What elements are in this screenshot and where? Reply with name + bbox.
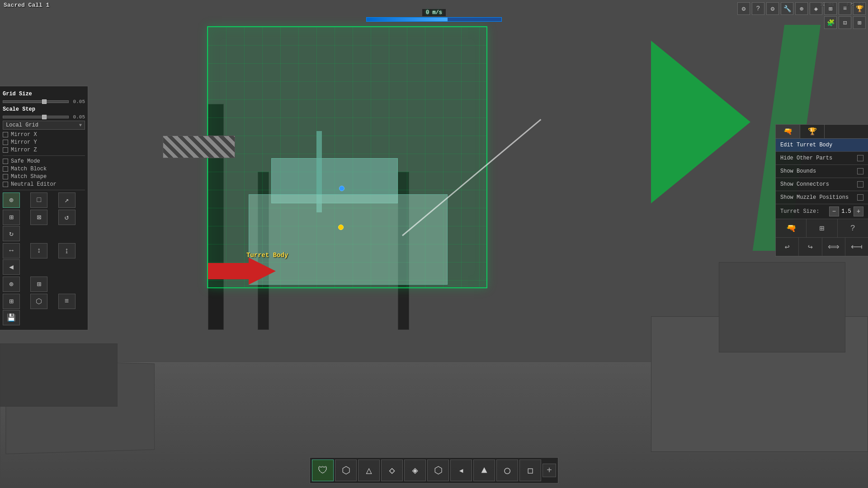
- wrench-icon[interactable]: 🔧: [781, 2, 793, 15]
- holo-box: [207, 26, 487, 288]
- checkbox-mirror-y-label: Mirror Y: [11, 139, 37, 145]
- show-muzzle-positions-item[interactable]: Show Muzzle Positions: [776, 191, 868, 204]
- turret-top: [271, 158, 398, 203]
- turret-size-row: Turret Size: − 1.5 +: [776, 204, 868, 219]
- checkbox-match-shape[interactable]: Match Shape: [3, 174, 85, 180]
- move-x-tool[interactable]: ↔: [3, 243, 20, 258]
- tool-diamond[interactable]: ◇: [381, 460, 403, 481]
- gun-icon[interactable]: ⊞: [824, 2, 837, 15]
- checkbox-mirror-z[interactable]: Mirror Z: [3, 147, 85, 153]
- tool-circle[interactable]: ◯: [496, 460, 518, 481]
- rp-flip-v-icon[interactable]: ⟻: [845, 238, 868, 256]
- scale-step-slider[interactable]: [3, 116, 69, 118]
- rp-rotate-left-icon[interactable]: ↩: [776, 238, 799, 256]
- puzzle-icon[interactable]: 🧩: [824, 16, 837, 29]
- checkbox-safe-mode-label: Safe Mode: [11, 158, 40, 164]
- checkbox-mirror-z-label: Mirror Z: [11, 147, 37, 153]
- checkbox-neutral-editor[interactable]: Neutral Editor: [3, 181, 85, 188]
- diagonal-line: [402, 119, 541, 236]
- move-y-tool[interactable]: ↕: [30, 243, 47, 258]
- checkbox-match-block[interactable]: Match Block: [3, 166, 85, 172]
- move-z-tool[interactable]: ↨: [58, 243, 75, 258]
- turret-size-minus[interactable]: −: [829, 206, 839, 216]
- layer-tool[interactable]: ≡: [58, 294, 75, 309]
- rp-barrel-icon[interactable]: ⊞: [807, 219, 837, 237]
- speed-bar-fill: [367, 18, 448, 21]
- hide-other-parts-label: Hide Other Parts: [780, 155, 832, 161]
- checkbox-match-shape-box: [3, 174, 8, 179]
- add-part-tool[interactable]: ⊕: [3, 277, 20, 292]
- settings-icon[interactable]: ⚙: [766, 2, 779, 15]
- tool-icon-2[interactable]: ⊡: [839, 16, 851, 29]
- right-panel: 🔫 🏆 Edit Turret Body Hide Other Parts Sh…: [775, 124, 868, 257]
- add-tool-button[interactable]: +: [542, 464, 556, 477]
- divider-1: [3, 155, 85, 156]
- hide-other-parts-item[interactable]: Hide Other Parts: [776, 152, 868, 165]
- edit-turret-body-item[interactable]: Edit Turret Body: [776, 139, 868, 152]
- select-tool[interactable]: ⊕: [3, 192, 20, 208]
- grid-size-slider[interactable]: [3, 100, 69, 103]
- checkbox-neutral-editor-box: [3, 182, 8, 187]
- cube-tool[interactable]: ⬡: [30, 294, 47, 309]
- tool-tri-up[interactable]: ▲: [473, 460, 495, 481]
- scene-container: Turret Body: [0, 0, 868, 488]
- arrow-tool[interactable]: ↗: [58, 192, 75, 208]
- show-connectors-item[interactable]: Show Connectors: [776, 178, 868, 191]
- redo-tool[interactable]: ↻: [3, 226, 20, 241]
- crosshair-icon[interactable]: ⊕: [795, 2, 808, 15]
- bg-object-3: [651, 316, 868, 452]
- pivot-tool[interactable]: ⊠: [30, 210, 47, 225]
- turret-size-controls: − 1.5 +: [829, 206, 863, 216]
- tool-diamond-fill[interactable]: ◈: [404, 460, 426, 481]
- rp-rotate-right-icon[interactable]: ↪: [799, 238, 822, 256]
- tool-hex-2[interactable]: ⬡: [427, 460, 449, 481]
- object-tool[interactable]: ⊞: [3, 210, 20, 225]
- tool-triangle[interactable]: △: [358, 460, 380, 481]
- scale-step-title: Scale Step: [3, 106, 85, 113]
- menu-icon[interactable]: ⚙: [737, 2, 750, 15]
- checkbox-mirror-y[interactable]: Mirror Y: [3, 139, 85, 145]
- tool-blank[interactable]: ◻: [519, 460, 541, 481]
- show-bounds-label: Show Bounds: [780, 168, 816, 174]
- icon-row-2: 🧩 ⊡ ⊞: [737, 16, 866, 29]
- trophy-icon[interactable]: 🏆: [853, 2, 866, 15]
- rp-tab-empty: [825, 125, 868, 138]
- show-muzzle-positions-check: [857, 194, 863, 201]
- pillar-1: [208, 104, 224, 330]
- divider-2: [3, 190, 85, 190]
- column-icon[interactable]: ≡: [839, 2, 851, 15]
- local-grid-dropdown[interactable]: Local Grid ▼: [3, 121, 85, 130]
- tool-hex[interactable]: ⬡: [335, 460, 357, 481]
- help-icon[interactable]: ?: [752, 2, 764, 15]
- icon-row-1: ⚙ ? ⚙ 🔧 ⊕ ◈ ⊞ ≡ 🏆: [737, 2, 866, 15]
- tool-icon-3[interactable]: ⊞: [853, 16, 866, 29]
- edit-turret-body-label: Edit Turret Body: [780, 142, 832, 148]
- tool-tri-left[interactable]: ◂: [450, 460, 472, 481]
- checkbox-match-block-label: Match Block: [11, 166, 47, 172]
- checkbox-mirror-x[interactable]: Mirror X: [3, 131, 85, 138]
- box-select-tool[interactable]: □: [30, 192, 47, 208]
- undo-tool[interactable]: ↺: [58, 210, 75, 225]
- rp-flip-h-icon[interactable]: ⟺: [822, 238, 845, 256]
- rp-turret-icon[interactable]: 🔫: [776, 219, 807, 237]
- filter-icon[interactable]: ◈: [810, 2, 822, 15]
- tool-shield[interactable]: 🛡: [312, 460, 334, 481]
- tool-grid-3: ↔ ↕ ↨ ◀: [3, 243, 85, 275]
- checkbox-safe-mode[interactable]: Safe Mode: [3, 158, 85, 164]
- rp-tab-gun[interactable]: 🔫: [776, 125, 800, 138]
- save-tool[interactable]: 💾: [3, 310, 20, 325]
- scale-step-value: 0.05: [71, 114, 85, 120]
- rp-tab-trophy[interactable]: 🏆: [800, 125, 825, 138]
- bg-object-1: [5, 359, 155, 454]
- top-right-icons: ⚙ ? ⚙ 🔧 ⊕ ◈ ⊞ ≡ 🏆 🧩 ⊡ ⊞: [737, 2, 866, 29]
- grid-tool[interactable]: ⊞: [3, 294, 20, 309]
- turret-size-plus[interactable]: +: [854, 206, 863, 216]
- turret-body-3d: [249, 194, 448, 285]
- blueprint-tool[interactable]: ⊞: [30, 277, 47, 292]
- local-grid-label: Local Grid: [6, 122, 38, 128]
- back-tool[interactable]: ◀: [3, 259, 20, 275]
- show-bounds-check: [857, 168, 863, 174]
- show-bounds-item[interactable]: Show Bounds: [776, 165, 868, 178]
- tool-grid-2: ⊞ ⊠ ↺ ↻: [3, 210, 85, 241]
- rp-help-icon[interactable]: ?: [838, 219, 868, 237]
